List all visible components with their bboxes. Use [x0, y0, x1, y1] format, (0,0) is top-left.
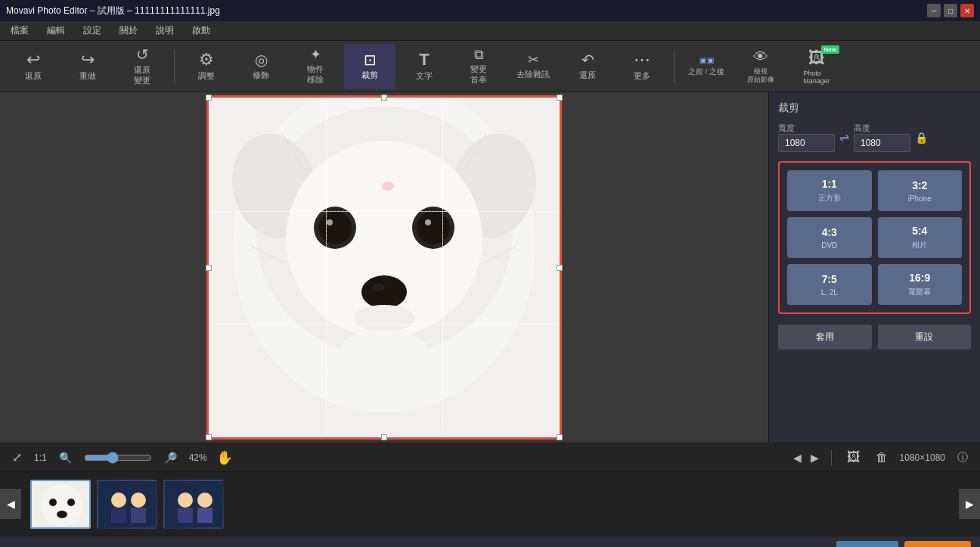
filmstrip-item-2[interactable] — [97, 480, 157, 529]
photo-manager-button[interactable]: New 🖼 PhotoManager — [789, 44, 844, 89]
minimize-button[interactable]: ─ — [927, 4, 941, 17]
filmstrip-next-button[interactable]: ▶ — [959, 489, 980, 519]
ratio-3-2-name: iPhone — [908, 194, 932, 203]
crop-button[interactable]: ⊡ 裁剪 — [344, 44, 395, 89]
ratio-3-2-button[interactable]: 3:2 iPhone — [878, 170, 963, 211]
retouch-icon: ◎ — [255, 52, 268, 67]
prev-image-button[interactable]: ◀ — [793, 452, 802, 464]
undo-button[interactable]: ↩ 返原 — [8, 44, 59, 89]
transform-icon: ⧉ — [474, 48, 484, 61]
filmstrip-view-button[interactable]: 🖼 — [844, 448, 864, 467]
transform-button[interactable]: ⧉ 變更首奉 — [453, 44, 504, 89]
ratio-grid: 1:1 正方形 3:2 iPhone 4:3 DVD 5:4 相片 7:5 L,… — [778, 161, 971, 314]
restore-button[interactable]: ↺ 還原變更 — [116, 44, 168, 89]
restore2-icon: ↶ — [581, 52, 594, 67]
restore-icon: ↺ — [136, 47, 149, 62]
next-image-button[interactable]: ▶ — [811, 452, 819, 464]
filmstrip-item-1[interactable] — [30, 480, 91, 529]
svg-point-32 — [178, 493, 193, 508]
restore2-button[interactable]: ↶ 還原 — [562, 44, 613, 89]
hand-tool-icon[interactable]: ✋ — [216, 449, 233, 466]
more-button[interactable]: ⋯ 更多 — [616, 44, 668, 89]
ratio-16-9-button[interactable]: 16:9 寬螢幕 — [878, 264, 963, 305]
ratio-16-9-name: 寬螢幕 — [908, 287, 931, 297]
menu-settings[interactable]: 設定 — [80, 23, 104, 39]
menu-file[interactable]: 檔案 — [8, 23, 32, 39]
zoom-in-button[interactable]: 🔎 — [161, 450, 180, 465]
apply-button[interactable]: 套用 — [778, 325, 872, 350]
adjust-label: 調整 — [198, 71, 215, 81]
filmstrip-prev-button[interactable]: ◀ — [0, 489, 21, 519]
svg-rect-26 — [98, 481, 157, 529]
denoise-button[interactable]: ✂ 去除雜訊 — [507, 44, 559, 89]
svg-point-11 — [425, 219, 431, 225]
ratio-4-3-button[interactable]: 4:3 DVD — [787, 217, 872, 258]
ratio-7-5-name: L, 2L — [821, 288, 838, 297]
svg-rect-33 — [178, 508, 193, 523]
svg-point-8 — [327, 219, 333, 225]
text-button[interactable]: T 文字 — [399, 44, 450, 89]
retouch-label: 修飾 — [253, 70, 269, 80]
info-button[interactable]: ⓘ — [954, 449, 971, 466]
close-button[interactable]: ✕ — [960, 4, 974, 17]
svg-point-10 — [417, 211, 450, 244]
zoom-slider[interactable] — [84, 452, 152, 464]
menu-bar: 檔案 編輯 設定 關於 說明 啟動 — [0, 21, 980, 41]
lock-icon[interactable]: 🔒 — [915, 132, 928, 144]
toolbar-separator-2 — [674, 50, 675, 83]
transform-label: 變更首奉 — [470, 64, 487, 84]
retouch-button[interactable]: ◎ 修飾 — [235, 44, 287, 89]
crop-icon: ⊡ — [364, 52, 377, 67]
svg-point-7 — [318, 211, 352, 244]
svg-point-29 — [131, 493, 146, 508]
redo-button[interactable]: ↪ 重做 — [62, 44, 113, 89]
before-after-label: 之前 / 之後 — [688, 67, 724, 76]
svg-point-25 — [57, 511, 67, 518]
menu-activate[interactable]: 啟動 — [189, 23, 213, 39]
ratio-1-1-name: 正方形 — [818, 193, 841, 204]
menu-help[interactable]: 說明 — [153, 23, 177, 39]
svg-point-23 — [49, 499, 57, 506]
erase-icon: ✦ — [310, 48, 321, 61]
adjust-button[interactable]: ⚙ 調整 — [181, 44, 232, 89]
fit-screen-button[interactable]: ⤢ — [9, 449, 25, 466]
canvas-area[interactable] — [0, 92, 768, 443]
zoom-out-button[interactable]: 🔍 — [56, 450, 75, 465]
denoise-label: 去除雜訊 — [516, 70, 550, 79]
erase-label: 物件移除 — [307, 64, 324, 84]
text-icon: T — [419, 51, 429, 68]
menu-edit[interactable]: 編輯 — [44, 23, 68, 39]
ratio-7-5-button[interactable]: 7:5 L, 2L — [787, 264, 872, 305]
svg-point-22 — [41, 484, 83, 527]
restore-label: 還原變更 — [134, 65, 150, 85]
erase-button[interactable]: ✦ 物件移除 — [290, 44, 341, 89]
photo-canvas[interactable] — [206, 95, 562, 440]
width-input[interactable] — [778, 134, 835, 152]
ratio-1-1-button[interactable]: 1:1 正方形 — [787, 170, 872, 211]
swap-icon[interactable]: ⇌ — [839, 130, 849, 145]
panel-title: 裁剪 — [778, 101, 971, 115]
filmstrip-item-3[interactable] — [163, 480, 224, 529]
delete-button[interactable]: 🗑 — [873, 449, 891, 466]
menu-about[interactable]: 關於 — [116, 23, 141, 39]
svg-point-13 — [373, 284, 385, 291]
undo-label: 返原 — [25, 71, 42, 81]
maximize-button[interactable]: □ — [944, 4, 957, 17]
height-input[interactable] — [854, 134, 910, 152]
svg-rect-35 — [197, 508, 212, 523]
ratio-5-4-button[interactable]: 5:4 相片 — [878, 217, 963, 258]
status-bar: ⤢ 1:1 🔍 🔎 42% ✋ ◀ ▶ 🖼 🗑 1080×1080 ⓘ — [0, 443, 980, 471]
zoom-percent: 42% — [189, 452, 207, 463]
eye-icon: 👁 — [753, 49, 768, 64]
svg-point-27 — [111, 493, 126, 508]
original-button[interactable]: 👁 檢視原始影像 — [735, 44, 786, 89]
undo-icon: ↩ — [26, 51, 40, 68]
title-bar-controls[interactable]: ─ □ ✕ — [927, 4, 974, 17]
title-bar: Movavi Photo Editor – 試用版 – 111111111111… — [0, 0, 980, 21]
before-after-icon: ▣▣ — [699, 56, 714, 64]
save-button[interactable]: 儲存 — [836, 541, 898, 548]
title-bar-left: Movavi Photo Editor – 試用版 – 111111111111… — [6, 5, 220, 17]
buy-button[interactable]: 購買全論 — [904, 541, 971, 548]
reset-button[interactable]: 重設 — [878, 325, 972, 350]
before-after-button[interactable]: ▣▣ 之前 / 之後 — [681, 44, 732, 89]
